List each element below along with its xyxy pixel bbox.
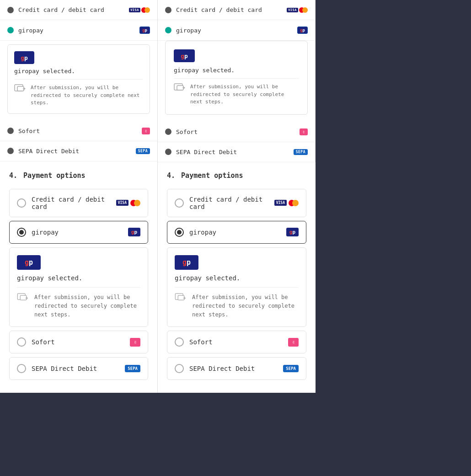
sepa-row-tm[interactable]: SEPA Direct Debit SEPA [158, 142, 315, 162]
sofort-label-tl: Sofort [18, 128, 40, 134]
visa-badge-bl: VISA [116, 200, 128, 206]
gp-badge-bl: gp [128, 228, 140, 236]
credit-card-label-tl: Credit card / debit card [18, 6, 104, 13]
gp-logo-bl: gp [17, 255, 41, 270]
radio-sofort-tl[interactable] [7, 128, 14, 134]
credit-label-bm: Credit card / debit card [189, 196, 274, 210]
sepa-label-tl: SEPA Direct Debit [18, 148, 79, 155]
section-title-bm: Payment options [181, 171, 243, 180]
sofort-row-tl[interactable]: Sofort ✌ [0, 121, 157, 141]
payment-options-bm: Credit card / debit card VISA giropay gp [158, 184, 316, 393]
window-icon-bl [17, 293, 30, 305]
mc-badge-tm [299, 7, 308, 13]
svg-rect-1 [17, 86, 24, 91]
gp-badge-tm: gp [297, 27, 308, 34]
bottom-middle-panel: 4. Payment options Credit card / debit c… [158, 162, 316, 393]
radio-giropay-tm[interactable] [165, 27, 171, 33]
gp-badge-tl: gp [139, 27, 150, 34]
radio-credit-bl[interactable] [17, 198, 26, 208]
redirect-row-tl: After submission, you will be redirected… [14, 79, 143, 107]
radio-credit-tl[interactable] [7, 7, 14, 13]
giropay-label-tl: giropay [18, 27, 43, 34]
giropay-expanded-bl: gp giropay selected. After submission, y… [9, 247, 148, 327]
sepa-label-tm: SEPA Direct Debit [176, 149, 237, 155]
giropay-label-tm: giropay [176, 27, 201, 34]
redirect-text-bl: After submission, you will be redirected… [34, 293, 140, 320]
bottom-right-panel [316, 162, 471, 393]
visa-badge-tl: VISA [129, 8, 140, 12]
radio-credit-tm[interactable] [165, 7, 171, 13]
visa-mc-bm: VISA [274, 200, 299, 206]
sepa-badge-tl: SEPA [136, 148, 150, 154]
giropay-selected-bm: giropay selected. [175, 274, 299, 282]
redirect-row-bm: After submission, you will be redirected… [175, 287, 299, 320]
sofort-option-bl[interactable]: Sofort ✌ [9, 331, 148, 353]
section-header-bm: 4. Payment options [158, 162, 316, 184]
giropay-option-bl[interactable]: giropay gp [9, 221, 148, 244]
radio-sofort-tm[interactable] [165, 128, 171, 135]
radio-sepa-bl[interactable] [17, 364, 26, 373]
radio-giropay-bm[interactable] [175, 228, 184, 237]
svg-rect-3 [177, 86, 183, 90]
credit-card-option-bm[interactable]: Credit card / debit card VISA [167, 189, 306, 217]
top-right-panel [316, 0, 471, 162]
credit-card-row-tl[interactable]: Credit card / debit card VISA [0, 0, 157, 20]
redirect-text-bm: After submission, you will be redirected… [192, 293, 299, 320]
radio-giropay-bl[interactable] [17, 228, 26, 237]
giropay-info-tm: gp giropay selected. After submission, y… [165, 41, 308, 115]
sepa-badge-bm: SEPA [283, 365, 299, 372]
giropay-label-bm: giropay [189, 229, 216, 236]
sofort-label-bl: Sofort [32, 338, 55, 346]
sepa-label-bl: SEPA Direct Debit [32, 365, 97, 372]
radio-sepa-tl[interactable] [7, 148, 14, 154]
sofort-option-bm[interactable]: Sofort ✌ [167, 331, 306, 353]
radio-sepa-tm[interactable] [165, 149, 171, 155]
radio-sofort-bl[interactable] [17, 337, 26, 347]
radio-credit-bm[interactable] [175, 198, 184, 208]
giropay-row-tl[interactable]: giropay gp [0, 20, 157, 41]
sofort-row-tm[interactable]: Sofort ✌ [158, 122, 315, 142]
redirect-text-tl: After submission, you will be redirected… [31, 84, 143, 107]
window-icon-tl [14, 84, 27, 96]
radio-sepa-bm[interactable] [175, 364, 184, 373]
giropay-label-bl: giropay [32, 229, 59, 236]
visa-badge-bm: VISA [274, 200, 287, 206]
sofort-badge-tl: ✌ [142, 128, 150, 134]
sepa-label-bm: SEPA Direct Debit [189, 365, 255, 372]
giropay-option-bm[interactable]: giropay gp [167, 221, 306, 244]
window-icon-bm [175, 293, 187, 305]
sepa-badge-tm: SEPA [294, 149, 308, 155]
section-header-bl: 4. Payment options [0, 162, 157, 184]
giropay-selected-title-tm: giropay selected. [174, 67, 299, 74]
redirect-row-bl: After submission, you will be redirected… [17, 287, 140, 320]
giropay-expanded-bm: gp giropay selected. After submission, y… [167, 247, 306, 327]
sepa-option-bl[interactable]: SEPA Direct Debit SEPA [9, 357, 148, 380]
giropay-info-tl: gp giropay selected. After submission, y… [7, 44, 150, 114]
visa-badge-tm: VISA [287, 8, 298, 12]
credit-label-bl: Credit card / debit card [32, 196, 116, 210]
radio-sofort-bm[interactable] [175, 337, 184, 347]
section-num-bl: 4. [9, 171, 17, 180]
credit-card-label-tm: Credit card / debit card [176, 6, 262, 13]
sofort-badge-tm: ✌ [300, 128, 308, 135]
credit-card-row-tm[interactable]: Credit card / debit card VISA [158, 0, 315, 20]
sepa-option-bm[interactable]: SEPA Direct Debit SEPA [167, 357, 306, 380]
visa-mc-badge-tl: VISA [129, 7, 150, 13]
sepa-row-tl[interactable]: SEPA Direct Debit SEPA [0, 141, 157, 161]
gp-logo-bm: gp [175, 255, 198, 270]
giropay-row-tm[interactable]: giropay gp [158, 20, 315, 41]
redirect-text-tm: After submission, you will be redirected… [190, 83, 299, 106]
gp-logo-tl: gp [14, 51, 34, 64]
radio-giropay-tl[interactable] [7, 27, 14, 33]
sofort-label-tm: Sofort [176, 128, 198, 135]
sepa-badge-bl: SEPA [125, 365, 140, 372]
credit-card-option-bl[interactable]: Credit card / debit card VISA [9, 189, 148, 217]
mc-badge-tl [141, 7, 150, 13]
gp-logo-tm: gp [174, 49, 195, 62]
svg-rect-7 [178, 295, 184, 300]
svg-rect-5 [20, 295, 27, 300]
gp-badge-bm: gp [286, 228, 299, 236]
section-num-bm: 4. [167, 171, 175, 180]
giropay-selected-bl: giropay selected. [17, 274, 140, 282]
bottom-left-panel: 4. Payment options Credit card / debit c… [0, 162, 158, 393]
